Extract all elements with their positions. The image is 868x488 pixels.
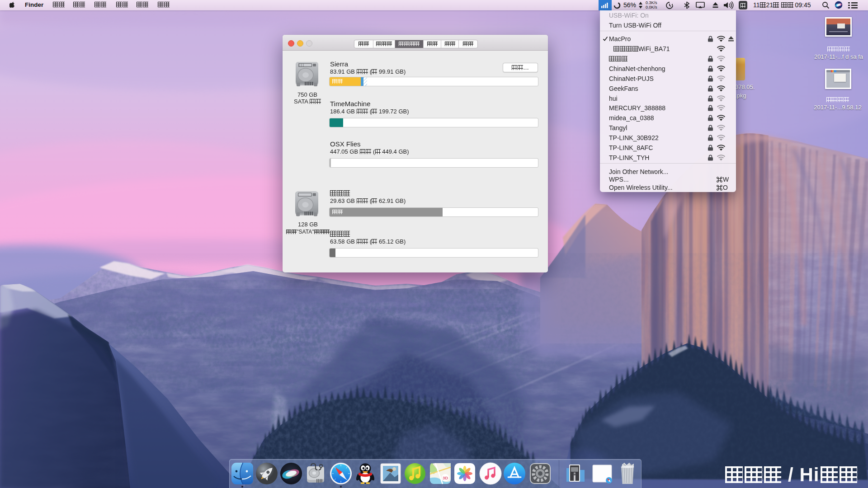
svg-text:3D: 3D xyxy=(443,475,448,480)
